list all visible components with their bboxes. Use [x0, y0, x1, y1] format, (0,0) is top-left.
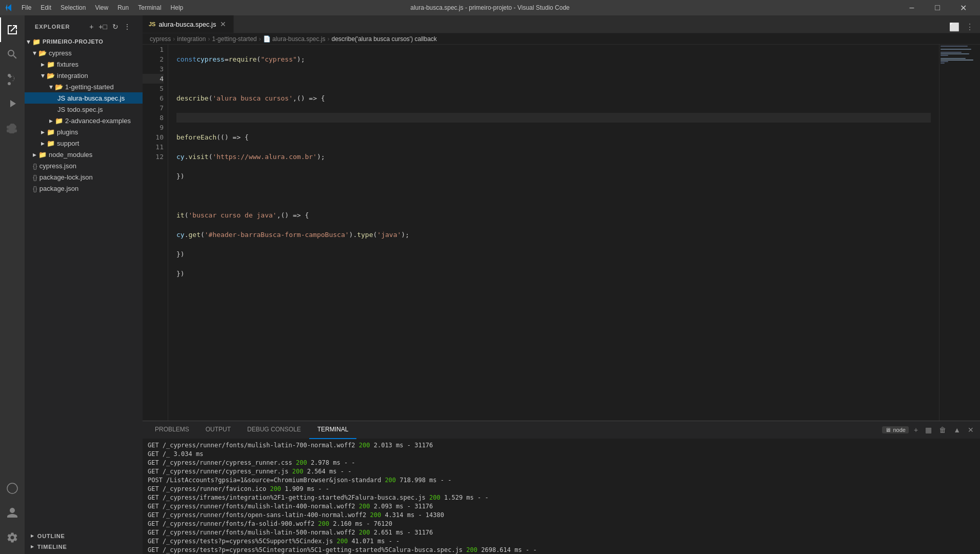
tab-terminal[interactable]: TERMINAL: [309, 421, 357, 439]
explorer-icon[interactable]: [0, 17, 25, 42]
tree-item-advanced[interactable]: ▸ 📁 2-advanced-examples: [25, 115, 143, 126]
tree-item-cypress-json[interactable]: {} cypress.json: [25, 160, 143, 171]
more-actions-button[interactable]: ⋮: [964, 21, 976, 33]
refresh-button[interactable]: ↻: [111, 22, 120, 32]
folder-icon-integration: 📂: [47, 72, 55, 80]
tree-item-cypress[interactable]: ▾ 📂 cypress: [25, 47, 143, 58]
window-title: alura-busca.spec.js - primeiro-projeto -…: [410, 4, 570, 11]
project-root[interactable]: ▾ 📁 PRIMEIRO-PROJETO: [25, 36, 143, 47]
terminal-line-11: GET /_cypress/runner/fonts/mulish-latin-…: [148, 528, 975, 537]
chevron-right-icon-timeline: ▸: [31, 543, 34, 550]
tree-label-package-json: package.json: [39, 185, 143, 192]
project-folder-icon: 📁: [32, 38, 41, 46]
tree-item-package-lock[interactable]: {} package-lock.json: [25, 171, 143, 183]
tree-label-package-lock: package-lock.json: [39, 173, 143, 181]
chevron-right-icon-advanced: ▸: [49, 116, 53, 125]
breadcrumb-sep-4: ›: [328, 35, 330, 43]
line-numbers: 1 2 3 4 5 6 7 8 9 10 11 12: [143, 45, 168, 421]
run-debug-icon[interactable]: [0, 91, 25, 116]
tree-item-todo-spec[interactable]: JS todo.spec.js: [25, 104, 143, 115]
add-terminal-button[interactable]: +: [912, 425, 920, 435]
tree-item-getting-started[interactable]: ▾ 📂 1-getting-started: [25, 81, 143, 92]
menu-selection[interactable]: Selection: [56, 3, 90, 12]
tab-bar: JS alura-busca.spec.js ✕ ⬜ ⋮: [143, 15, 980, 33]
remote-icon[interactable]: [0, 476, 25, 501]
breadcrumb-cypress[interactable]: cypress: [150, 35, 171, 43]
tree-label-fixtures: fixtures: [57, 61, 143, 68]
title-bar: File Edit Selection View Run Terminal He…: [0, 0, 980, 15]
title-bar-left: File Edit Selection View Run Terminal He…: [5, 3, 187, 12]
menu-run[interactable]: Run: [113, 3, 133, 12]
tree-item-support[interactable]: ▸ 📁 support: [25, 137, 143, 149]
chevron-right-icon-fixtures: ▸: [41, 60, 45, 68]
breadcrumb-sep-2: ›: [208, 35, 210, 43]
node-badge: 🖥 node: [882, 426, 908, 433]
tree-item-alura-spec[interactable]: JS alura-busca.spec.js: [25, 92, 143, 104]
split-terminal-button[interactable]: ▦: [923, 425, 934, 435]
js-file-icon-todo: JS: [57, 106, 65, 113]
breadcrumb-integration[interactable]: integration: [177, 35, 206, 43]
tab-close-button[interactable]: ✕: [219, 20, 227, 28]
tab-debug-console[interactable]: DEBUG CONSOLE: [239, 421, 309, 439]
sidebar: EXPLORER + +□ ↻ ⋮ ▾ 📁 PRIMEIRO-PROJETO ▾…: [25, 15, 143, 554]
app-body: EXPLORER + +□ ↻ ⋮ ▾ 📁 PRIMEIRO-PROJETO ▾…: [0, 15, 980, 554]
tree-item-fixtures[interactable]: ▸ 📁 fixtures: [25, 58, 143, 70]
accounts-icon[interactable]: [0, 501, 25, 525]
node-label: node: [893, 427, 905, 433]
terminal-panel: PROBLEMS OUTPUT DEBUG CONSOLE TERMINAL 🖥…: [143, 421, 980, 554]
menu-file[interactable]: File: [17, 3, 35, 12]
timeline-header[interactable]: ▸ TIMELINE: [25, 541, 143, 552]
settings-icon[interactable]: [0, 525, 25, 550]
tree-item-integration[interactable]: ▾ 📂 integration: [25, 70, 143, 81]
restore-button[interactable]: □: [926, 0, 949, 15]
tree-item-node-modules[interactable]: ▸ 📁 node_modules: [25, 149, 143, 160]
tree-label-node-modules: node_modules: [49, 151, 143, 159]
new-file-button[interactable]: +: [88, 22, 95, 32]
tab-alura-spec[interactable]: JS alura-busca.spec.js ✕: [143, 15, 234, 33]
code-line-10: cy.get('#header-barraBusca-form-campoBus…: [176, 230, 931, 240]
kill-terminal-button[interactable]: 🗑: [937, 425, 948, 435]
file-tree: ▾ 📁 PRIMEIRO-PROJETO ▾ 📂 cypress ▸ 📁 fix…: [25, 34, 143, 528]
terminal-output[interactable]: GET /_cypress/runner/fonts/mulish-latin-…: [143, 439, 980, 554]
source-control-icon[interactable]: [0, 67, 25, 91]
new-folder-button[interactable]: +□: [97, 22, 109, 32]
tree-item-package-json[interactable]: {} package.json: [25, 183, 143, 194]
tab-problems[interactable]: PROBLEMS: [147, 421, 197, 439]
terminal-line-8: GET /_cypress/runner/fonts/mulish-latin-…: [148, 502, 975, 511]
timeline-label: TIMELINE: [37, 544, 67, 550]
close-button[interactable]: ✕: [951, 0, 975, 15]
terminal-line-1: GET /_cypress/runner/fonts/mulish-latin-…: [148, 441, 975, 450]
breadcrumb-file[interactable]: 📄 alura-busca.spec.js: [263, 35, 326, 43]
chevron-right-icon-support: ▸: [41, 139, 45, 147]
sidebar-title: EXPLORER: [35, 24, 70, 30]
chevron-right-icon-node: ▸: [33, 150, 36, 159]
code-editor[interactable]: const cypress = require("cypress"); desc…: [168, 45, 939, 421]
main-area: JS alura-busca.spec.js ✕ ⬜ ⋮ cypress › i…: [143, 15, 980, 554]
menu-edit[interactable]: Edit: [36, 3, 55, 12]
tree-label-advanced: 2-advanced-examples: [65, 117, 143, 125]
breadcrumb-1-getting[interactable]: 1-getting-started: [212, 35, 256, 43]
menu-terminal[interactable]: Terminal: [134, 3, 165, 12]
menu-view[interactable]: View: [91, 3, 112, 12]
maximize-panel-button[interactable]: ▲: [951, 425, 963, 435]
tree-label-cypress-json: cypress.json: [39, 162, 143, 170]
terminal-line-12: GET /_cypress/tests?p=cypress%5CSupport%…: [148, 537, 975, 546]
collapse-all-button[interactable]: ⋮: [122, 22, 132, 32]
minimize-button[interactable]: –: [900, 0, 924, 15]
json-icon-package: {}: [33, 185, 37, 192]
breadcrumb-sep-3: ›: [259, 35, 261, 43]
menu-help[interactable]: Help: [167, 3, 188, 12]
close-panel-button[interactable]: ✕: [966, 425, 976, 435]
activity-bar: [0, 15, 25, 554]
tree-item-plugins[interactable]: ▸ 📁 plugins: [25, 126, 143, 137]
outline-header[interactable]: ▸ OUTLINE: [25, 530, 143, 541]
tab-right-buttons: ⬜ ⋮: [947, 21, 980, 33]
breadcrumb-describe[interactable]: describe('alura busca cursos') callback: [332, 35, 437, 43]
tab-output[interactable]: OUTPUT: [197, 421, 239, 439]
svg-point-0: [7, 483, 17, 493]
chevron-down-icon-integration: ▾: [41, 71, 45, 80]
title-bar-controls: – □ ✕: [900, 0, 975, 15]
split-editor-button[interactable]: ⬜: [947, 21, 962, 33]
search-activity-icon[interactable]: [0, 42, 25, 67]
extensions-icon[interactable]: [0, 116, 25, 141]
